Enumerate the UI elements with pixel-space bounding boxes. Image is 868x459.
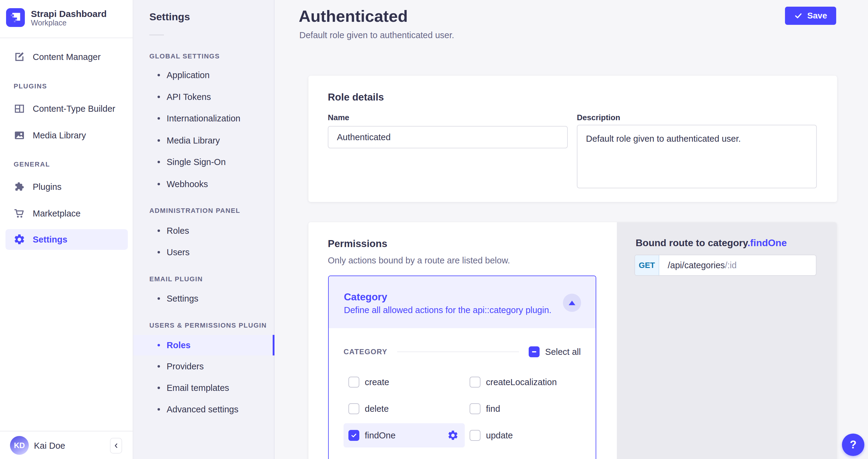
subnav-item-email-settings[interactable]: Settings (133, 290, 275, 307)
bullet-icon (158, 297, 160, 300)
bullet-icon (158, 117, 160, 120)
permission-find: find (465, 397, 586, 421)
subnav-item-application[interactable]: Application (133, 67, 275, 84)
gear-icon (13, 233, 26, 245)
chevron-up-icon (569, 301, 575, 305)
permissions-grid: create createLocalization delete fi (344, 370, 586, 448)
bound-route-action: .findOne (747, 237, 787, 248)
subnav-item-label: Application (167, 70, 210, 80)
bullet-icon (158, 230, 160, 232)
nav-section-general: GENERAL (13, 160, 50, 169)
bullet-icon (158, 251, 160, 254)
nav-item-content-manager[interactable]: Content Manager (5, 46, 128, 68)
nav-item-settings[interactable]: Settings (5, 229, 128, 250)
main-sidebar: Strapi Dashboard Workplace Content Manag… (0, 0, 133, 459)
nav-item-label: Settings (33, 235, 67, 244)
subnav-item-providers[interactable]: Providers (133, 358, 275, 375)
role-details-card: Role details Name Description Default ro… (308, 76, 837, 202)
subnav-section-email-plugin: EMAIL PLUGIN (149, 274, 203, 284)
subnav-item-admin-users[interactable]: Users (133, 244, 275, 261)
checkbox-label: findOne (365, 430, 396, 440)
indeterminate-icon (531, 349, 537, 355)
subnav-item-label: Email templates (167, 383, 229, 393)
permission-findOne: findOne (344, 423, 465, 448)
pen-square-icon (13, 51, 26, 63)
nav-item-content-type-builder[interactable]: Content-Type Builder (5, 98, 128, 120)
subnav-item-advanced-settings[interactable]: Advanced settings (133, 401, 275, 418)
user-name: Kai Doe (34, 435, 65, 457)
subnav-item-api-tokens[interactable]: API Tokens (133, 89, 275, 105)
help-button[interactable]: ? (842, 433, 864, 456)
http-method-badge: GET (635, 255, 659, 275)
select-all-checkbox[interactable] (529, 347, 539, 357)
subnav-item-label: Roles (167, 226, 189, 236)
route-path-param: /:id (725, 260, 737, 270)
findOne-checkbox[interactable] (348, 430, 359, 441)
app-title: Strapi Dashboard (31, 9, 106, 19)
subnav-item-label: Internationalization (167, 113, 240, 124)
avatar-initials: KD (14, 441, 25, 450)
subnav-item-single-sign-on[interactable]: Single Sign-On (133, 154, 275, 170)
category-accordion-header[interactable]: Category Define all allowed actions for … (329, 276, 596, 328)
createLocalization-checkbox[interactable] (470, 376, 480, 388)
question-mark-icon: ? (850, 438, 857, 451)
bullet-icon (158, 96, 160, 98)
subnav-section-administration-panel: ADMINISTRATION PANEL (149, 206, 240, 216)
subnav-item-up-roles[interactable]: Roles (133, 335, 275, 356)
divider (397, 352, 519, 352)
find-checkbox[interactable] (470, 403, 480, 414)
save-button-label: Save (807, 11, 827, 21)
image-icon (13, 129, 26, 141)
permission-delete: delete (344, 397, 465, 421)
nav-item-plugins[interactable]: Plugins (5, 176, 128, 198)
subnav-item-label: Roles (167, 340, 191, 350)
nav-item-label: Content-Type Builder (33, 104, 115, 114)
name-field[interactable] (328, 126, 568, 149)
brand[interactable]: Strapi Dashboard Workplace (0, 0, 133, 38)
avatar[interactable]: KD (10, 436, 29, 455)
collapse-accordion-button[interactable] (563, 294, 581, 312)
create-checkbox[interactable] (348, 376, 359, 388)
nav-item-label: Plugins (33, 182, 62, 192)
permissions-panel: Permissions Only actions bound by a rout… (308, 222, 617, 459)
bullet-icon (158, 408, 160, 411)
nav-item-label: Media Library (33, 131, 86, 140)
bound-route-title: Bound route to category.findOne (636, 237, 787, 249)
check-icon (794, 11, 803, 20)
permission-update: update (465, 423, 586, 448)
route-display: GET /api/categories/:id (634, 255, 816, 276)
permissions-title: Permissions (328, 238, 387, 250)
category-accordion-title: Category (344, 291, 387, 303)
chevron-left-icon (112, 442, 120, 450)
category-accordion-description: Define all allowed actions for the api::… (344, 305, 551, 315)
save-button[interactable]: Save (785, 7, 836, 25)
name-label: Name (328, 112, 349, 122)
nav-item-label: Content Manager (33, 52, 101, 62)
nav-item-marketplace[interactable]: Marketplace (5, 202, 128, 224)
category-group-row: CATEGORY Select all (344, 347, 581, 357)
checkbox-label: createLocalization (486, 377, 557, 387)
subnav-item-webhooks[interactable]: Webhooks (133, 175, 275, 193)
route-path-base: /api/categories (668, 260, 725, 270)
bound-route-panel: Bound route to category.findOne GET /api… (617, 222, 837, 459)
subnav-item-internationalization[interactable]: Internationalization (133, 110, 275, 127)
delete-checkbox[interactable] (348, 403, 359, 414)
subnav-item-label: API Tokens (167, 92, 211, 102)
subnav-title: Settings (149, 11, 190, 23)
update-checkbox[interactable] (470, 430, 480, 441)
subnav-item-email-templates[interactable]: Email templates (133, 380, 275, 396)
subnav-item-label: Settings (167, 294, 198, 304)
subnav-item-admin-roles[interactable]: Roles (133, 222, 275, 239)
description-label: Description (577, 112, 620, 122)
nav-item-media-library[interactable]: Media Library (5, 125, 128, 146)
subnav-item-media-library[interactable]: Media Library (133, 132, 275, 149)
collapse-sidebar-button[interactable] (110, 438, 122, 454)
description-field[interactable]: Default role given to authenticated user… (577, 125, 817, 188)
role-details-title: Role details (328, 92, 384, 103)
permissions-subtitle: Only actions bound by a route are listed… (328, 256, 510, 265)
page-subtitle: Default role given to authenticated user… (299, 30, 454, 40)
advanced-settings-gear-icon[interactable] (447, 430, 459, 441)
bullet-icon (158, 74, 160, 76)
strapi-dashboard: Strapi Dashboard Workplace Content Manag… (0, 0, 868, 459)
category-accordion: Category Define all allowed actions for … (328, 275, 596, 459)
